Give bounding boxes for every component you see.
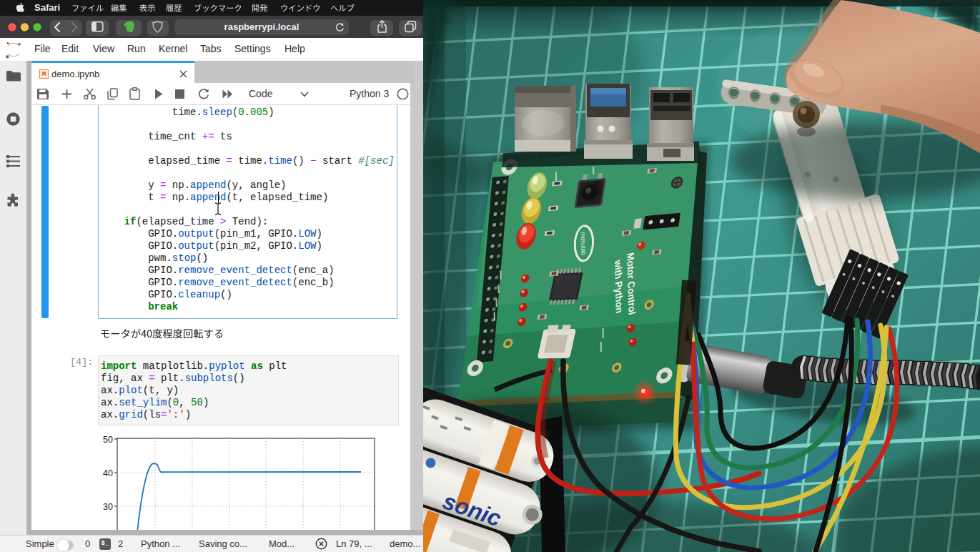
svg-text:Motor Control: Motor Control — [625, 252, 637, 316]
svg-text:30: 30 — [103, 502, 113, 512]
svg-text:50: 50 — [103, 435, 113, 445]
svg-text:with Python: with Python — [613, 258, 625, 315]
svg-text:menulab: menulab — [580, 231, 588, 256]
svg-text:40: 40 — [103, 468, 113, 478]
